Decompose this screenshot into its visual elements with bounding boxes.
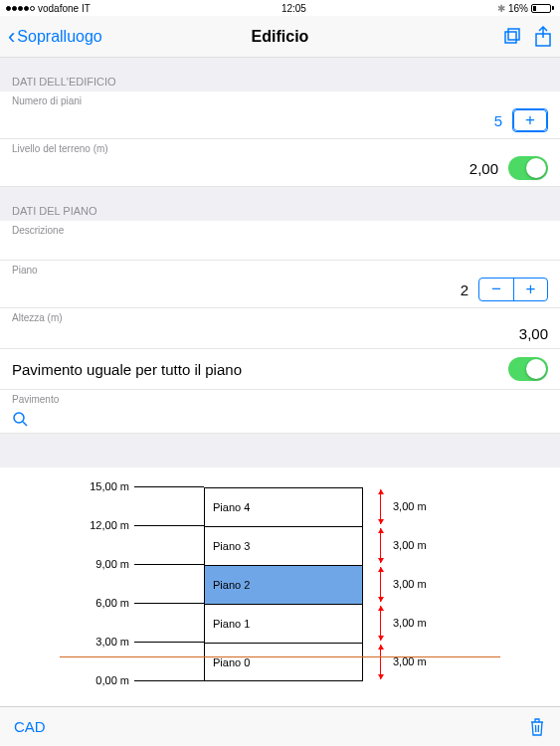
diagram-height-label: 3,00 m xyxy=(393,500,427,512)
diagram-floor[interactable]: Piano 4 xyxy=(204,487,363,526)
search-icon[interactable] xyxy=(12,411,548,427)
ground-level-switch[interactable] xyxy=(508,156,548,180)
description-label: Descrizione xyxy=(0,221,560,236)
floor-stepper: − + xyxy=(478,278,548,301)
diagram-tick xyxy=(134,486,204,487)
diagram-tick-label: 3,00 m xyxy=(70,636,129,648)
row-num-floors: Numero di piani 5 + xyxy=(0,92,560,139)
diagram-tick-label: 15,00 m xyxy=(70,480,129,492)
back-label: Sopralluogo xyxy=(17,28,101,46)
same-pavement-switch[interactable] xyxy=(508,357,548,381)
row-ground-level: Livello del terreno (m) 2,00 xyxy=(0,139,560,187)
section-header-building: DATI DELL'EDIFICIO xyxy=(0,58,560,92)
diagram-tick-label: 6,00 m xyxy=(70,597,129,609)
diagram-tick xyxy=(134,603,204,604)
floor-plus-button[interactable]: + xyxy=(513,279,547,300)
battery-icon xyxy=(531,4,554,13)
diagram-floor[interactable]: Piano 1 xyxy=(204,604,363,643)
signal-strength-icon xyxy=(6,6,35,11)
row-same-pavement: Pavimento uguale per tutto il piano xyxy=(0,349,560,390)
row-description[interactable]: Descrizione xyxy=(0,221,560,261)
same-pavement-label: Pavimento uguale per tutto il piano xyxy=(12,361,242,378)
battery-percent: 16% xyxy=(508,3,528,14)
status-time: 12:05 xyxy=(281,3,306,14)
diagram-arrow-icon xyxy=(380,489,381,524)
status-bar: vodafone IT 12:05 ✱ 16% xyxy=(0,0,560,16)
chevron-left-icon: ‹ xyxy=(8,24,15,50)
num-floors-label: Numero di piani xyxy=(0,92,560,106)
diagram-arrow-icon xyxy=(380,528,381,563)
nav-bar: ‹ Sopralluogo Edificio xyxy=(0,16,560,58)
diagram-arrow-icon xyxy=(380,606,381,641)
diagram-floor[interactable]: Piano 3 xyxy=(204,526,363,565)
building-diagram: 15,00 mPiano 43,00 m12,00 mPiano 33,00 m… xyxy=(0,467,560,730)
ground-level-label: Livello del terreno (m) xyxy=(0,139,560,154)
floor-minus-button[interactable]: − xyxy=(479,279,513,300)
svg-rect-0 xyxy=(505,32,516,43)
share-icon[interactable] xyxy=(534,26,552,48)
diagram-height-label: 3,00 m xyxy=(393,578,427,590)
row-pavement: Pavimento xyxy=(0,390,560,405)
pavement-label: Pavimento xyxy=(0,390,560,405)
diagram-tick-label: 0,00 m xyxy=(70,674,129,686)
row-floor-number: Piano 2 − + xyxy=(0,261,560,308)
section-spacer xyxy=(0,434,560,467)
diagram-tick xyxy=(134,680,204,681)
diagram-floor[interactable]: Piano 2 xyxy=(204,565,363,604)
row-floor-height[interactable]: Altezza (m) 3,00 xyxy=(0,308,560,349)
trash-icon[interactable] xyxy=(528,717,546,737)
diagram-floor[interactable]: Piano 0 xyxy=(204,643,363,681)
floor-label: Piano xyxy=(0,261,560,276)
num-floors-stepper: + xyxy=(512,108,548,132)
svg-point-3 xyxy=(14,413,24,423)
num-floors-value: 5 xyxy=(494,112,502,129)
diagram-height-label: 3,00 m xyxy=(393,539,427,551)
bluetooth-icon: ✱ xyxy=(497,3,505,14)
back-button[interactable]: ‹ Sopralluogo xyxy=(8,24,102,50)
diagram-tick xyxy=(134,564,204,565)
cad-button[interactable]: CAD xyxy=(14,718,46,735)
ground-level-value: 2,00 xyxy=(469,160,498,177)
floor-number-value: 2 xyxy=(461,281,468,298)
carrier-label: vodafone IT xyxy=(38,3,91,14)
floor-height-value: 3,00 xyxy=(519,325,548,342)
diagram-arrow-icon xyxy=(380,567,381,602)
diagram-tick-label: 9,00 m xyxy=(70,558,129,570)
section-header-floor: DATI DEL PIANO xyxy=(0,187,560,221)
page-title: Edificio xyxy=(127,28,433,46)
diagram-tick-label: 12,00 m xyxy=(70,519,129,531)
diagram-tick xyxy=(134,525,204,526)
floor-height-label: Altezza (m) xyxy=(0,308,560,323)
svg-rect-1 xyxy=(508,29,519,40)
diagram-arrow-icon xyxy=(380,645,381,679)
row-pavement-search xyxy=(0,405,560,434)
diagram-height-label: 3,00 m xyxy=(393,617,427,629)
num-floors-plus-button[interactable]: + xyxy=(513,109,547,131)
svg-line-4 xyxy=(23,422,27,426)
bottom-toolbar: CAD xyxy=(0,706,560,746)
diagram-tick xyxy=(134,642,204,643)
duplicate-icon[interactable] xyxy=(502,27,522,47)
ground-line xyxy=(60,656,500,657)
